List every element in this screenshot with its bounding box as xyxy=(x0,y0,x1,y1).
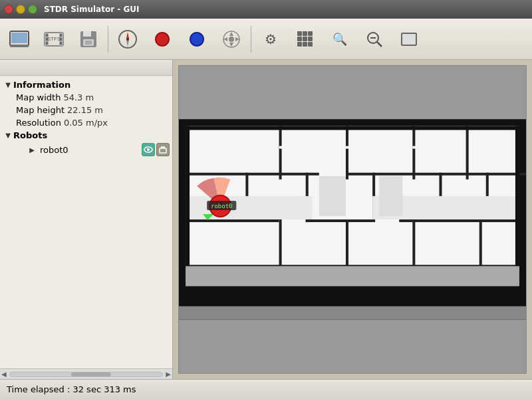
svg-rect-8 xyxy=(46,42,48,45)
scrollbar-track[interactable] xyxy=(9,372,163,377)
scroll-right-icon[interactable]: ▶ xyxy=(166,370,171,378)
panel-scrollbar[interactable]: ◀ ▶ xyxy=(0,368,172,379)
info-children: Map width 54.3 m Map height 22.15 m Reso… xyxy=(13,91,172,129)
svg-point-22 xyxy=(229,37,234,42)
map-width-value: 54.3 m xyxy=(63,92,94,102)
robot-eye-button[interactable] xyxy=(142,143,155,156)
zoom-in-icon: 🔍 xyxy=(332,31,348,47)
compass-icon xyxy=(118,29,138,49)
resolution-value: 0.05 m/px xyxy=(64,118,108,128)
scrollbar-thumb[interactable] xyxy=(71,372,111,376)
zoom-out-button[interactable] xyxy=(358,23,391,56)
eye-icon xyxy=(144,146,153,153)
svg-rect-1 xyxy=(11,33,27,43)
time-elapsed-text: Time elapsed : 32 sec 313 ms xyxy=(7,384,136,394)
save-button[interactable] xyxy=(72,23,105,56)
robots-expand-icon: ▼ xyxy=(3,132,13,139)
gear-icon: ⚙ xyxy=(262,31,279,48)
resolution-row: Resolution 0.05 m/px xyxy=(13,116,172,129)
load-map-icon xyxy=(9,30,30,49)
save-icon xyxy=(79,30,98,49)
svg-rect-14 xyxy=(83,31,91,37)
svg-rect-61 xyxy=(319,176,346,216)
window-title: STDR Simulator - GUI xyxy=(44,5,140,14)
svg-rect-69 xyxy=(186,266,519,286)
map-svg: robot0 xyxy=(179,66,526,373)
map-height-row: Map height 22.15 m xyxy=(13,104,172,116)
svg-rect-62 xyxy=(379,176,402,216)
svg-rect-2 xyxy=(10,45,29,47)
delete-icon xyxy=(159,146,167,154)
window-icon xyxy=(401,33,417,46)
svg-rect-44 xyxy=(399,219,519,222)
info-expand-icon: ▼ xyxy=(3,81,13,88)
svg-marker-23 xyxy=(229,32,233,36)
svg-rect-42 xyxy=(186,219,279,222)
window-button[interactable] xyxy=(392,23,426,56)
zoom-out-icon xyxy=(366,31,383,48)
robot0-row[interactable]: ▶ robot0 xyxy=(0,142,172,158)
separator-1 xyxy=(108,26,108,53)
svg-line-29 xyxy=(377,42,382,47)
film-button[interactable]: STFS xyxy=(37,23,70,56)
svg-rect-56 xyxy=(412,219,415,266)
map-height-label: Map height xyxy=(16,105,65,115)
robot0-expand-icon: ▶ xyxy=(27,146,37,154)
svg-rect-65 xyxy=(412,146,426,149)
svg-rect-47 xyxy=(412,126,415,179)
svg-rect-67 xyxy=(186,126,190,269)
close-button[interactable] xyxy=(4,5,13,14)
left-panel: ▼ Information Map width 54.3 m Map heigh… xyxy=(0,60,173,379)
grid-button[interactable] xyxy=(289,23,322,56)
arrow-button[interactable] xyxy=(215,23,248,56)
maximize-button[interactable] xyxy=(28,5,37,14)
separator-2 xyxy=(251,26,251,53)
grid-icon xyxy=(297,31,313,47)
window-controls xyxy=(4,5,37,14)
svg-marker-24 xyxy=(229,43,233,47)
map-width-label: Map width xyxy=(16,92,61,102)
robot-delete-button[interactable] xyxy=(156,143,170,156)
svg-rect-16 xyxy=(85,41,92,45)
load-map-button[interactable] xyxy=(3,23,36,56)
zoom-in-button[interactable]: 🔍 xyxy=(323,23,356,56)
svg-rect-45 xyxy=(279,126,282,179)
svg-rect-32 xyxy=(160,148,166,153)
svg-point-20 xyxy=(126,38,129,41)
toolbar: STFS xyxy=(0,19,532,60)
robots-label: Robots xyxy=(13,130,47,140)
tree-container[interactable]: ▼ Information Map width 54.3 m Map heigh… xyxy=(0,76,172,368)
record-red-button[interactable] xyxy=(146,23,179,56)
svg-rect-68 xyxy=(515,126,519,269)
minimize-button[interactable] xyxy=(16,5,25,14)
svg-rect-11 xyxy=(60,42,62,45)
svg-rect-55 xyxy=(346,219,348,266)
svg-text:STFS: STFS xyxy=(47,36,61,42)
information-node[interactable]: ▼ Information xyxy=(0,78,172,91)
information-label: Information xyxy=(13,80,70,90)
map-area[interactable]: robot0 xyxy=(178,65,527,374)
robot-icon xyxy=(190,32,204,47)
settings-button[interactable]: ⚙ xyxy=(254,23,287,56)
robot0-icons xyxy=(142,143,170,156)
compass-button[interactable] xyxy=(111,23,144,56)
svg-point-31 xyxy=(147,148,150,151)
svg-rect-57 xyxy=(479,219,482,266)
robots-node[interactable]: ▼ Robots xyxy=(0,129,172,142)
svg-rect-63 xyxy=(279,146,293,149)
status-bar: Time elapsed : 32 sec 313 ms xyxy=(0,379,532,399)
main-content: ▼ Information Map width 54.3 m Map heigh… xyxy=(0,60,532,379)
svg-rect-64 xyxy=(346,146,359,149)
title-bar: STDR Simulator - GUI xyxy=(0,0,532,19)
svg-text:robot0: robot0 xyxy=(211,203,233,209)
tree-header xyxy=(0,60,172,76)
svg-rect-54 xyxy=(279,219,282,266)
scroll-left-icon[interactable]: ◀ xyxy=(1,370,7,378)
svg-rect-43 xyxy=(306,219,372,222)
film-icon: STFS xyxy=(43,30,65,49)
robot-blue-button[interactable] xyxy=(180,23,213,56)
resolution-label: Resolution xyxy=(16,118,61,128)
record-icon xyxy=(155,32,170,47)
svg-rect-40 xyxy=(186,173,319,176)
arrows-icon xyxy=(221,30,241,49)
